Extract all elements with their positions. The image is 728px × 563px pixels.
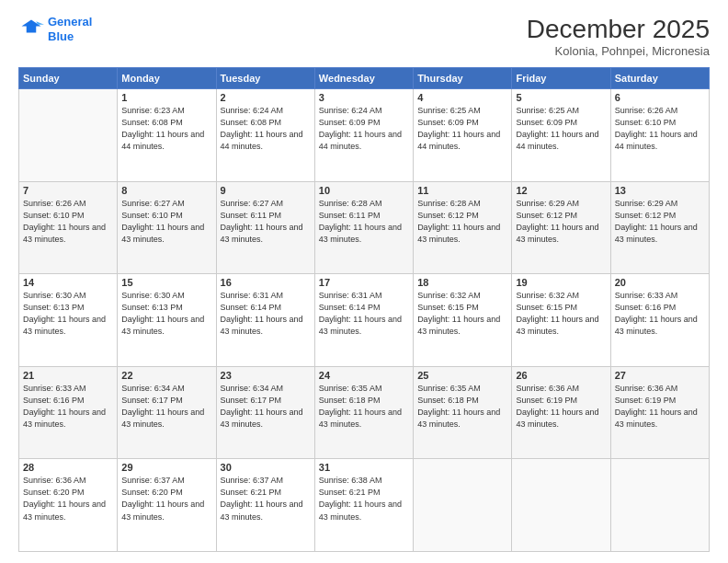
day-number: 4 — [417, 92, 507, 103]
day-number: 2 — [221, 92, 311, 103]
weekday-header-row: SundayMondayTuesdayWednesdayThursdayFrid… — [19, 68, 710, 89]
day-number: 3 — [319, 92, 409, 103]
cell-info: Sunrise: 6:36 AMSunset: 6:19 PMDaylight:… — [615, 383, 705, 431]
cell-info: Sunrise: 6:31 AMSunset: 6:14 PMDaylight:… — [319, 290, 409, 338]
cell-info: Sunrise: 6:28 AMSunset: 6:11 PMDaylight:… — [319, 198, 409, 246]
day-number: 23 — [221, 370, 311, 381]
cell-info: Sunrise: 6:25 AMSunset: 6:09 PMDaylight:… — [516, 105, 606, 153]
day-number: 6 — [615, 92, 705, 103]
day-number: 25 — [417, 370, 507, 381]
day-number: 21 — [23, 370, 113, 381]
day-number: 27 — [615, 370, 705, 381]
calendar-cell: 1Sunrise: 6:23 AMSunset: 6:08 PMDaylight… — [118, 89, 216, 182]
header: General Blue December 2025 Kolonia, Pohn… — [18, 15, 710, 58]
day-number: 17 — [319, 277, 409, 288]
calendar-cell: 6Sunrise: 6:26 AMSunset: 6:10 PMDaylight… — [610, 89, 709, 182]
title-block: December 2025 Kolonia, Pohnpei, Micrones… — [527, 15, 710, 58]
calendar-week-row: 7Sunrise: 6:26 AMSunset: 6:10 PMDaylight… — [19, 181, 710, 274]
cell-info: Sunrise: 6:25 AMSunset: 6:09 PMDaylight:… — [417, 105, 507, 153]
cell-info: Sunrise: 6:38 AMSunset: 6:21 PMDaylight:… — [319, 475, 409, 523]
day-number: 28 — [23, 462, 113, 473]
cell-info: Sunrise: 6:30 AMSunset: 6:13 PMDaylight:… — [23, 290, 113, 338]
calendar-week-row: 14Sunrise: 6:30 AMSunset: 6:13 PMDayligh… — [19, 274, 710, 367]
calendar-cell: 25Sunrise: 6:35 AMSunset: 6:18 PMDayligh… — [414, 366, 512, 459]
cell-info: Sunrise: 6:35 AMSunset: 6:18 PMDaylight:… — [417, 383, 507, 431]
cell-info: Sunrise: 6:28 AMSunset: 6:12 PMDaylight:… — [417, 198, 507, 246]
calendar-cell: 8Sunrise: 6:27 AMSunset: 6:10 PMDaylight… — [118, 181, 216, 274]
calendar-cell: 26Sunrise: 6:36 AMSunset: 6:19 PMDayligh… — [512, 366, 610, 459]
day-number: 8 — [121, 185, 211, 196]
calendar-cell: 27Sunrise: 6:36 AMSunset: 6:19 PMDayligh… — [610, 366, 709, 459]
weekday-header-tuesday: Tuesday — [216, 68, 314, 89]
cell-info: Sunrise: 6:32 AMSunset: 6:15 PMDaylight:… — [516, 290, 606, 338]
day-number: 13 — [615, 185, 705, 196]
calendar-cell: 13Sunrise: 6:29 AMSunset: 6:12 PMDayligh… — [610, 181, 709, 274]
svg-marker-0 — [22, 19, 41, 32]
cell-info: Sunrise: 6:37 AMSunset: 6:21 PMDaylight:… — [221, 475, 311, 523]
cell-info: Sunrise: 6:26 AMSunset: 6:10 PMDaylight:… — [615, 105, 705, 153]
day-number: 20 — [615, 277, 705, 288]
calendar-week-row: 28Sunrise: 6:36 AMSunset: 6:20 PMDayligh… — [19, 459, 710, 552]
cell-info: Sunrise: 6:33 AMSunset: 6:16 PMDaylight:… — [23, 383, 113, 431]
calendar-title: December 2025 — [527, 15, 710, 44]
calendar-cell: 16Sunrise: 6:31 AMSunset: 6:14 PMDayligh… — [216, 274, 314, 367]
cell-info: Sunrise: 6:31 AMSunset: 6:14 PMDaylight:… — [221, 290, 311, 338]
calendar-cell: 4Sunrise: 6:25 AMSunset: 6:09 PMDaylight… — [414, 89, 512, 182]
calendar-cell: 7Sunrise: 6:26 AMSunset: 6:10 PMDaylight… — [19, 181, 118, 274]
cell-info: Sunrise: 6:34 AMSunset: 6:17 PMDaylight:… — [121, 383, 211, 431]
calendar-cell: 28Sunrise: 6:36 AMSunset: 6:20 PMDayligh… — [19, 459, 118, 552]
weekday-header-thursday: Thursday — [414, 68, 512, 89]
calendar-cell: 5Sunrise: 6:25 AMSunset: 6:09 PMDaylight… — [512, 89, 610, 182]
cell-info: Sunrise: 6:29 AMSunset: 6:12 PMDaylight:… — [516, 198, 606, 246]
calendar-cell: 10Sunrise: 6:28 AMSunset: 6:11 PMDayligh… — [314, 181, 413, 274]
cell-info: Sunrise: 6:24 AMSunset: 6:09 PMDaylight:… — [319, 105, 409, 153]
cell-info: Sunrise: 6:33 AMSunset: 6:16 PMDaylight:… — [615, 290, 705, 338]
logo-general: General — [48, 15, 92, 29]
calendar-cell — [19, 89, 118, 182]
cell-info: Sunrise: 6:37 AMSunset: 6:20 PMDaylight:… — [121, 475, 211, 523]
calendar-cell: 20Sunrise: 6:33 AMSunset: 6:16 PMDayligh… — [610, 274, 709, 367]
calendar-cell: 30Sunrise: 6:37 AMSunset: 6:21 PMDayligh… — [216, 459, 314, 552]
page: General Blue December 2025 Kolonia, Pohn… — [0, 0, 728, 563]
cell-info: Sunrise: 6:34 AMSunset: 6:17 PMDaylight:… — [221, 383, 311, 431]
weekday-header-friday: Friday — [512, 68, 610, 89]
calendar-cell: 14Sunrise: 6:30 AMSunset: 6:13 PMDayligh… — [19, 274, 118, 367]
calendar-subtitle: Kolonia, Pohnpei, Micronesia — [527, 44, 710, 58]
cell-info: Sunrise: 6:36 AMSunset: 6:20 PMDaylight:… — [23, 475, 113, 523]
logo-blue: Blue — [48, 29, 92, 44]
logo-text: General Blue — [48, 15, 92, 43]
day-number: 14 — [23, 277, 113, 288]
day-number: 12 — [516, 185, 606, 196]
day-number: 5 — [516, 92, 606, 103]
calendar-cell: 15Sunrise: 6:30 AMSunset: 6:13 PMDayligh… — [118, 274, 216, 367]
logo: General Blue — [18, 15, 92, 43]
day-number: 30 — [221, 462, 311, 473]
weekday-header-sunday: Sunday — [19, 68, 118, 89]
calendar-cell: 31Sunrise: 6:38 AMSunset: 6:21 PMDayligh… — [314, 459, 413, 552]
day-number: 18 — [417, 277, 507, 288]
cell-info: Sunrise: 6:36 AMSunset: 6:19 PMDaylight:… — [516, 383, 606, 431]
cell-info: Sunrise: 6:30 AMSunset: 6:13 PMDaylight:… — [121, 290, 211, 338]
calendar-table: SundayMondayTuesdayWednesdayThursdayFrid… — [18, 67, 710, 552]
day-number: 31 — [319, 462, 409, 473]
day-number: 29 — [121, 462, 211, 473]
cell-info: Sunrise: 6:27 AMSunset: 6:11 PMDaylight:… — [221, 198, 311, 246]
calendar-cell: 19Sunrise: 6:32 AMSunset: 6:15 PMDayligh… — [512, 274, 610, 367]
day-number: 24 — [319, 370, 409, 381]
day-number: 16 — [221, 277, 311, 288]
logo-icon — [18, 17, 44, 42]
weekday-header-monday: Monday — [118, 68, 216, 89]
cell-info: Sunrise: 6:24 AMSunset: 6:08 PMDaylight:… — [221, 105, 311, 153]
day-number: 15 — [121, 277, 211, 288]
calendar-cell: 24Sunrise: 6:35 AMSunset: 6:18 PMDayligh… — [314, 366, 413, 459]
cell-info: Sunrise: 6:23 AMSunset: 6:08 PMDaylight:… — [121, 105, 211, 153]
calendar-cell — [512, 459, 610, 552]
calendar-cell: 17Sunrise: 6:31 AMSunset: 6:14 PMDayligh… — [314, 274, 413, 367]
calendar-cell — [610, 459, 709, 552]
calendar-cell: 22Sunrise: 6:34 AMSunset: 6:17 PMDayligh… — [118, 366, 216, 459]
calendar-cell: 11Sunrise: 6:28 AMSunset: 6:12 PMDayligh… — [414, 181, 512, 274]
calendar-cell: 3Sunrise: 6:24 AMSunset: 6:09 PMDaylight… — [314, 89, 413, 182]
calendar-cell: 23Sunrise: 6:34 AMSunset: 6:17 PMDayligh… — [216, 366, 314, 459]
calendar-week-row: 1Sunrise: 6:23 AMSunset: 6:08 PMDaylight… — [19, 89, 710, 182]
weekday-header-saturday: Saturday — [610, 68, 709, 89]
